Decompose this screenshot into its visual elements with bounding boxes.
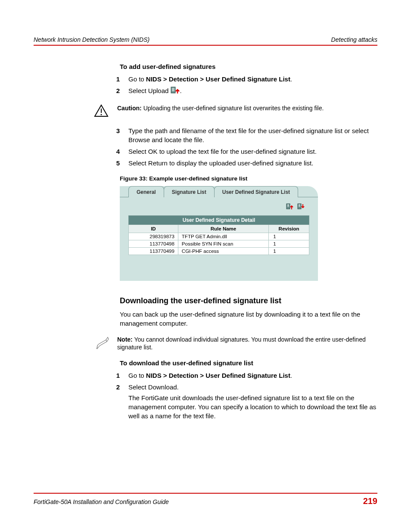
step-number: 2 (103, 383, 128, 420)
tab-general[interactable]: General (128, 186, 164, 197)
step-pretext: Go to (128, 372, 146, 379)
step-number: 3 (103, 126, 128, 144)
caution-text: Uploading the user-defined signature lis… (142, 105, 324, 112)
step-text: Type the path and filename of the text f… (128, 126, 377, 144)
header-left: Network Intrusion Detection System (NIDS… (34, 36, 149, 43)
note-message: Note: You cannot download individual sig… (117, 336, 377, 352)
figure-screenshot: General Signature List User Defined Sign… (120, 186, 318, 281)
step-main-text: Select Download. (128, 383, 179, 391)
table-row: 113770498 Possible SYN FIN scan 1 (129, 240, 309, 247)
step-number: 1 (103, 371, 128, 380)
svg-point-6 (101, 114, 102, 115)
col-id: ID (129, 224, 178, 233)
cell-rev: 1 (269, 233, 309, 240)
step-number: 1 (103, 75, 128, 84)
step-sub-text: The FortiGate unit downloads the user-de… (128, 393, 377, 420)
tab-panel: User Defined Signature Detail ID Rule Na… (120, 197, 318, 255)
step-number: 5 (103, 159, 128, 168)
signature-table: User Defined Signature Detail ID Rule Na… (128, 215, 309, 255)
upload-icon (171, 87, 180, 96)
cell-id: 298319873 (129, 233, 178, 240)
tab-signature-list[interactable]: Signature List (164, 186, 215, 197)
step-text: Go to NIDS > Detection > User Defined Si… (128, 371, 377, 380)
caution-icon (94, 104, 109, 118)
step-text: Select OK to upload the text file for th… (128, 147, 377, 156)
step-pretext: Select Upload (128, 87, 171, 94)
note-callout: Note: You cannot download individual sig… (94, 336, 377, 352)
header-right: Detecting attacks (331, 36, 377, 43)
steps-add: 1 Go to NIDS > Detection > User Defined … (103, 75, 377, 96)
caution-message: Caution: Uploading the user-defined sign… (117, 104, 377, 112)
cell-id: 113770498 (129, 240, 178, 247)
download-button-icon[interactable] (297, 203, 305, 212)
page-header: Network Intrusion Detection System (NIDS… (34, 36, 377, 46)
nav-path: NIDS > Detection > User Defined Signatur… (146, 75, 290, 83)
tab-bar: General Signature List User Defined Sign… (120, 186, 318, 197)
col-revision: Revision (269, 224, 309, 233)
step-text: Select Upload . (128, 86, 377, 96)
table-row: 298319873 TFTP GET Admin.dll 1 (129, 233, 309, 240)
section-paragraph: You can back up the user-defined signatu… (120, 310, 377, 328)
cell-rev: 1 (269, 247, 309, 255)
note-icon (94, 336, 109, 352)
procedure-title-download: To download the user-defined signature l… (120, 359, 377, 367)
step-text: Select Download. The FortiGate unit down… (128, 383, 377, 420)
cell-id: 113770499 (129, 247, 178, 255)
tab-user-defined[interactable]: User Defined Signature List (214, 186, 298, 197)
step-posttext: . (180, 87, 182, 94)
step-posttext: . (290, 75, 292, 83)
cell-name: Possible SYN FIN scan (178, 240, 268, 247)
step-pretext: Go to (128, 75, 146, 83)
upload-button-icon[interactable] (286, 203, 294, 212)
step-text: Go to NIDS > Detection > User Defined Si… (128, 75, 377, 84)
steps-add-continued: 3 Type the path and filename of the text… (103, 126, 377, 168)
caution-callout: Caution: Uploading the user-defined sign… (94, 104, 377, 118)
section-heading-download: Downloading the user-defined signature l… (120, 296, 377, 305)
step-posttext: . (290, 372, 292, 379)
table-title: User Defined Signature Detail (129, 215, 309, 224)
cell-rev: 1 (269, 240, 309, 247)
step-number: 2 (103, 86, 128, 96)
footer-title: FortiGate-50A Installation and Configura… (34, 498, 169, 505)
cell-name: TFTP GET Admin.dll (178, 233, 268, 240)
toolbar (128, 202, 309, 215)
page-number: 219 (363, 496, 377, 506)
note-text: You cannot download individual signature… (117, 336, 366, 351)
col-rule-name: Rule Name (178, 224, 268, 233)
step-text: Select Return to display the uploaded us… (128, 159, 377, 168)
steps-download: 1 Go to NIDS > Detection > User Defined … (103, 371, 377, 420)
nav-path: NIDS > Detection > User Defined Signatur… (146, 372, 290, 379)
cell-name: CGI-PHF access (178, 247, 268, 255)
procedure-title-add: To add user-defined signatures (120, 63, 377, 70)
page-footer: FortiGate-50A Installation and Configura… (34, 493, 377, 506)
caution-label: Caution: (117, 105, 142, 112)
step-number: 4 (103, 147, 128, 156)
note-label: Note: (117, 336, 133, 343)
table-row: 113770499 CGI-PHF access 1 (129, 247, 309, 255)
figure-caption: Figure 33: Example user-defined signatur… (120, 175, 377, 182)
